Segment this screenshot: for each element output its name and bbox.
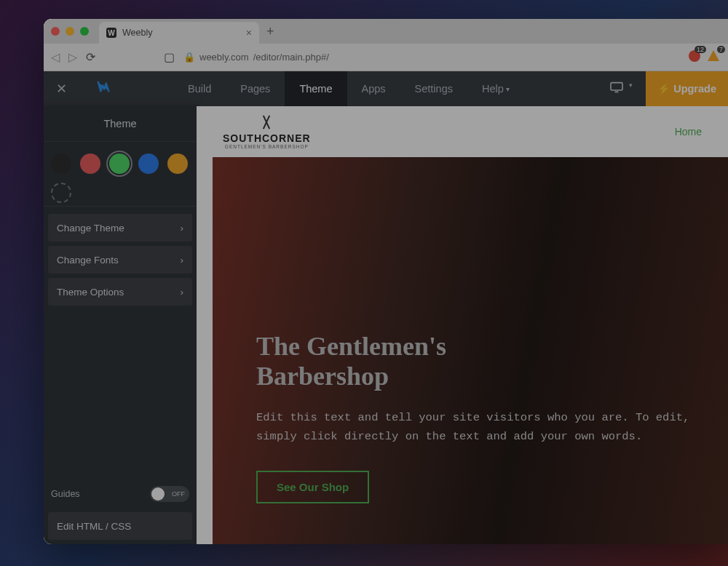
theme-options-row[interactable]: Theme Options › xyxy=(48,278,192,306)
editor-top-nav: ✕ Build Pages Theme Apps Settings Help▾ … xyxy=(44,71,728,106)
browser-window: W Weebly × + ◁ ▷ ⟳ ▢ 🔒 weebly.com/editor… xyxy=(44,19,728,544)
extension-1[interactable]: 12 xyxy=(687,49,702,65)
guides-row: Guides OFF xyxy=(44,480,197,508)
site-logo[interactable]: SOUTHCORNER GENTLEMEN'S BARBERSHOP xyxy=(223,115,311,149)
scissors-icon xyxy=(256,115,277,131)
extension-tray: 12 7 xyxy=(687,49,721,65)
weebly-editor: ✕ Build Pages Theme Apps Settings Help▾ … xyxy=(44,71,728,544)
chevron-right-icon: › xyxy=(181,255,184,266)
tab-title: Weebly xyxy=(122,28,152,38)
maximize-window-icon[interactable] xyxy=(80,27,89,36)
lock-icon: 🔒 xyxy=(183,52,195,63)
toggle-state: OFF xyxy=(172,490,185,498)
minimize-window-icon[interactable] xyxy=(66,27,74,36)
edit-html-css-button[interactable]: Edit HTML / CSS xyxy=(48,512,192,540)
guides-label: Guides xyxy=(51,489,80,499)
site-nav: Home xyxy=(675,126,702,137)
guides-toggle[interactable]: OFF xyxy=(150,486,189,502)
hero-cta-button[interactable]: See Our Shop xyxy=(256,471,369,503)
close-window-icon[interactable] xyxy=(51,27,60,36)
close-editor-button[interactable]: ✕ xyxy=(44,81,79,97)
device-preview-button[interactable]: ▾ xyxy=(596,81,646,97)
extension-1-count: 12 xyxy=(695,46,706,53)
extension-2[interactable]: 7 xyxy=(706,49,721,65)
nav-apps[interactable]: Apps xyxy=(347,71,400,106)
url-display[interactable]: 🔒 weebly.com/editor/main.php#/ xyxy=(183,52,329,63)
bookmark-icon[interactable]: ▢ xyxy=(164,50,175,64)
swatch-custom[interactable] xyxy=(51,183,71,203)
site-preview: SOUTHCORNER GENTLEMEN'S BARBERSHOP Home … xyxy=(197,106,728,544)
nav-settings[interactable]: Settings xyxy=(400,71,467,106)
desktop-icon xyxy=(609,81,624,93)
reload-button[interactable]: ⟳ xyxy=(86,50,95,64)
url-path: /editor/main.php#/ xyxy=(253,52,329,63)
upgrade-button[interactable]: ⚡ Upgrade xyxy=(646,71,728,106)
color-swatches xyxy=(44,142,197,207)
chevron-down-icon: ▾ xyxy=(506,85,510,93)
weebly-logo-icon[interactable] xyxy=(79,79,130,99)
theme-panel: Theme Change Theme › Change Fonts › xyxy=(44,106,197,544)
change-fonts-row[interactable]: Change Fonts › xyxy=(48,246,192,274)
browser-tab-bar: W Weebly × + xyxy=(44,19,728,44)
nav-theme[interactable]: Theme xyxy=(285,71,347,106)
swatch-orange[interactable] xyxy=(167,154,188,174)
nav-link-home[interactable]: Home xyxy=(675,126,702,137)
browser-address-bar: ◁ ▷ ⟳ ▢ 🔒 weebly.com/editor/main.php#/ 1… xyxy=(44,44,728,71)
window-controls[interactable] xyxy=(51,27,89,36)
hero-title[interactable]: The Gentlemen's Barbershop xyxy=(256,332,728,392)
bolt-icon: ⚡ xyxy=(657,83,670,95)
swatch-black[interactable] xyxy=(51,154,71,174)
chevron-down-icon: ▾ xyxy=(629,81,633,89)
back-button[interactable]: ◁ xyxy=(51,50,60,64)
nav-help[interactable]: Help▾ xyxy=(467,71,524,106)
browser-tab[interactable]: W Weebly × xyxy=(99,22,259,44)
toggle-knob xyxy=(151,487,165,501)
hero-section[interactable]: The Gentlemen's Barbershop Edit this tex… xyxy=(213,157,728,544)
swatch-green[interactable] xyxy=(109,154,130,174)
site-header: SOUTHCORNER GENTLEMEN'S BARBERSHOP Home xyxy=(197,106,728,157)
change-theme-row[interactable]: Change Theme › xyxy=(48,214,192,242)
chevron-right-icon: › xyxy=(181,287,184,298)
favicon-icon: W xyxy=(106,28,116,38)
new-tab-button[interactable]: + xyxy=(266,24,274,39)
panel-title: Theme xyxy=(44,106,197,142)
chevron-right-icon: › xyxy=(181,223,184,234)
nav-pages[interactable]: Pages xyxy=(226,71,285,106)
theme-menu: Change Theme › Change Fonts › Theme Opti… xyxy=(44,207,197,313)
url-host: weebly.com xyxy=(199,52,249,63)
hero-body[interactable]: Edit this text and tell your site visito… xyxy=(256,408,728,447)
brand-tagline: GENTLEMEN'S BARBERSHOP xyxy=(225,144,309,149)
swatch-red[interactable] xyxy=(80,154,100,174)
extension-2-count: 7 xyxy=(717,46,725,53)
close-tab-icon[interactable]: × xyxy=(246,27,252,39)
swatch-blue[interactable] xyxy=(138,154,159,174)
brand-name: SOUTHCORNER xyxy=(223,132,311,144)
nav-build[interactable]: Build xyxy=(173,71,226,106)
svg-rect-2 xyxy=(611,82,622,89)
forward-button: ▷ xyxy=(68,50,77,64)
